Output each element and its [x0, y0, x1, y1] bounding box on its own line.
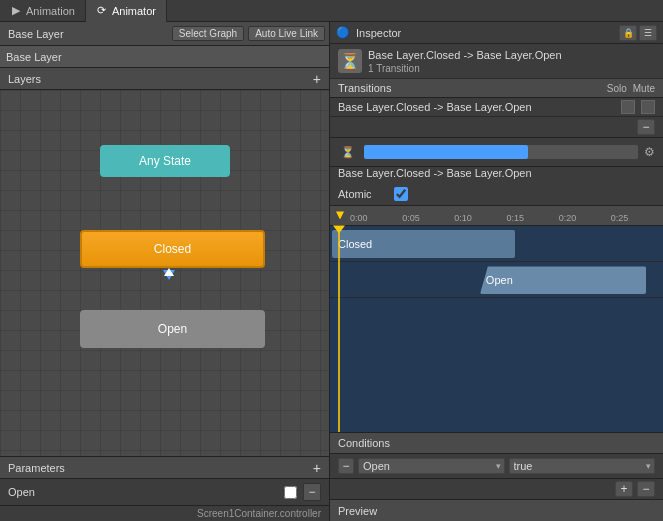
ruler-label-4: 0:20 — [559, 213, 611, 223]
atomic-label: Atomic — [338, 188, 388, 200]
inspector-menu-btn[interactable]: ☰ — [639, 25, 657, 41]
timeline-ruler: 0:00 0:05 0:10 0:15 0:20 0:25 — [330, 206, 663, 226]
ruler-label-2: 0:10 — [454, 213, 506, 223]
ruler-label-3: 0:15 — [507, 213, 559, 223]
condition-param-wrap[interactable]: Open — [358, 458, 505, 474]
transition-settings-btn[interactable]: ⚙ — [644, 145, 655, 159]
state-any-state[interactable]: Any State — [100, 145, 230, 177]
param-remove-btn[interactable]: − — [303, 483, 321, 501]
add-layer-btn[interactable]: + — [313, 72, 321, 86]
inspector-circle-icon: 🔵 — [336, 26, 350, 39]
arrow-tail — [164, 268, 174, 276]
tab-animator[interactable]: ⟳ Animator — [86, 0, 167, 22]
timeline-playhead[interactable] — [338, 226, 340, 432]
preview-label: Preview — [338, 505, 377, 517]
transition-icon-large: ⏳ — [338, 49, 362, 73]
track-block-closed: Closed — [332, 230, 515, 258]
state-open[interactable]: Open — [80, 310, 265, 348]
ruler-label-1: 0:05 — [402, 213, 454, 223]
add-parameter-btn[interactable]: + — [313, 461, 321, 475]
solo-mute-labels: Solo Mute — [607, 83, 655, 94]
inspector-subtitle-content: Base Layer.Closed -> Base Layer.Open 1 T… — [368, 48, 562, 74]
parameters-header: Parameters + — [0, 457, 329, 479]
transitions-row: Transitions Solo Mute — [330, 79, 663, 98]
state-closed[interactable]: Closed — [80, 230, 265, 268]
remove-transition-row: − — [330, 117, 663, 138]
timeline-tracks[interactable]: Closed Open — [330, 226, 663, 432]
inspector-lock-btn[interactable]: 🔒 — [619, 25, 637, 41]
layers-title: Layers — [8, 73, 41, 85]
inspector-subtitle: ⏳ Base Layer.Closed -> Base Layer.Open 1… — [330, 44, 663, 79]
animator-canvas[interactable]: Any State Closed Open — [0, 90, 329, 456]
timeline-track-closed: Closed — [330, 226, 663, 262]
conditions-section: Conditions − Open true false + − — [330, 432, 663, 499]
inspector-header-buttons: 🔒 ☰ — [619, 25, 657, 41]
timeline-track-open: Open — [330, 262, 663, 298]
condition-value-select[interactable]: true false — [509, 458, 656, 474]
animation-icon: ▶ — [10, 5, 22, 17]
parameters-title: Parameters — [8, 462, 65, 474]
ruler-label-5: 0:25 — [611, 213, 663, 223]
param-row-open: Open − — [0, 479, 329, 505]
preview-bar: Preview — [330, 499, 663, 521]
transitions-label: Transitions — [338, 82, 607, 94]
condition-param-select[interactable]: Open — [358, 458, 505, 474]
atomic-row: Atomic — [330, 183, 663, 206]
atomic-checkbox[interactable] — [394, 187, 408, 201]
transition-detail-text: Base Layer.Closed -> Base Layer.Open — [330, 167, 663, 183]
parameters-panel: Parameters + Open − — [0, 456, 329, 505]
inspector-subtitle-line2: 1 Transition — [368, 63, 562, 74]
param-checkbox-open[interactable] — [284, 486, 297, 499]
transition-mute-check[interactable] — [641, 100, 655, 114]
transition-item[interactable]: Base Layer.Closed -> Base Layer.Open — [330, 98, 663, 117]
ruler-label-0: 0:00 — [350, 213, 402, 223]
param-name-open: Open — [8, 486, 278, 498]
ruler-labels: 0:00 0:05 0:10 0:15 0:20 0:25 — [330, 213, 663, 223]
transition-solo-check[interactable] — [621, 100, 635, 114]
select-graph-btn[interactable]: Select Graph — [172, 26, 244, 41]
animator-icon: ⟳ — [96, 5, 108, 17]
base-layer-label: Base Layer — [4, 28, 168, 40]
conditions-header: Conditions — [330, 433, 663, 454]
filename-bar: Screen1Container.controller — [0, 505, 329, 521]
inspector-header: 🔵 Inspector 🔒 ☰ — [330, 22, 663, 44]
remove-transition-btn[interactable]: − — [637, 119, 655, 135]
condition-add-btn[interactable]: + — [615, 481, 633, 497]
inspector-subtitle-line1: Base Layer.Closed -> Base Layer.Open — [368, 48, 562, 63]
right-panel: 🔵 Inspector 🔒 ☰ ⏳ Base Layer.Closed -> B… — [330, 22, 663, 521]
breadcrumb: Base Layer — [0, 46, 329, 68]
condition-row-0: − Open true false — [330, 454, 663, 478]
condition-remove-footer-btn[interactable]: − — [637, 481, 655, 497]
timeline-section: 0:00 0:05 0:10 0:15 0:20 0:25 Closed — [330, 206, 663, 432]
track-block-open: Open — [480, 266, 647, 294]
conditions-footer: + − — [330, 478, 663, 499]
main-layout: Base Layer Select Graph Auto Live Link B… — [0, 22, 663, 521]
transition-progress-fill — [364, 145, 528, 159]
transition-detail-row: ⏳ ⚙ — [330, 138, 663, 167]
left-toolbar: Base Layer Select Graph Auto Live Link — [0, 22, 329, 46]
transition-progress-bar — [364, 145, 638, 159]
auto-live-link-btn[interactable]: Auto Live Link — [248, 26, 325, 41]
layers-header: Layers + — [0, 68, 329, 90]
condition-remove-btn[interactable]: − — [338, 458, 354, 474]
left-panel: Base Layer Select Graph Auto Live Link B… — [0, 22, 330, 521]
inspector-title: Inspector — [356, 27, 613, 39]
condition-value-wrap[interactable]: true false — [509, 458, 656, 474]
transition-detail-icon: ⏳ — [338, 142, 358, 162]
tab-animation[interactable]: ▶ Animation — [0, 0, 86, 22]
top-tab-bar: ▶ Animation ⟳ Animator — [0, 0, 663, 22]
transition-item-text: Base Layer.Closed -> Base Layer.Open — [338, 101, 615, 113]
